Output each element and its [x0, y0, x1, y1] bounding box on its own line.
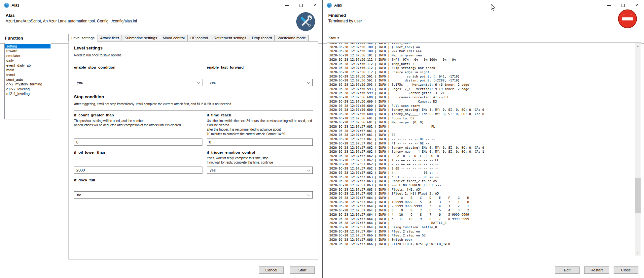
log-line: 2020-05-28 12:07:57.063 | INFO | Fleets:… [329, 188, 635, 192]
section-divider [74, 110, 313, 111]
tab-content-panel: Level settings Need to run once to save … [68, 41, 318, 260]
minimize-button[interactable] [280, 0, 294, 10]
field-if-dock-full: if_dock_full no [74, 178, 313, 199]
settings-tab[interactable]: Drop record [249, 35, 275, 41]
app-logo-icon [4, 3, 9, 8]
log-line: 2020-05-28 12:07:56.112 | INFO | [Map_bu… [329, 62, 635, 66]
config-header: Alas AzurLaneAutoScript, An Azur Lane au… [0, 10, 322, 33]
log-line: 2020-05-28 12:07:56.600 | INFO | [enemy_… [329, 108, 635, 112]
function-list-item[interactable]: emulator [5, 53, 51, 58]
alas-config-window: Alas × Alas AzurLaneAutoScript, An Azur … [0, 0, 322, 278]
function-list-item[interactable]: main [5, 68, 51, 72]
window-title: Alas [334, 3, 342, 8]
log-content: 2020-05-28 12:07:56.100 | INFO | fleet_l… [329, 43, 635, 246]
function-list-item[interactable]: c7-2_mystery_farming [5, 82, 51, 86]
settings-tab[interactable]: Retirement settings [211, 35, 249, 41]
run-status-subtitle: Terminated by user [328, 19, 362, 23]
scroll-up-icon[interactable]: ▲ [635, 43, 641, 48]
log-output[interactable]: 2020-05-28 12:07:56.100 | INFO | fleet_l… [327, 43, 641, 256]
enable-stop-condition-select[interactable]: yes [74, 79, 202, 86]
scroll-down-icon[interactable]: ▼ [635, 250, 641, 256]
settings-tab[interactable]: Mood control [160, 35, 188, 41]
field-enable-stop-condition: enable_stop_condition yes [74, 65, 202, 86]
if-count-greater-than-input[interactable] [74, 139, 202, 146]
log-line: 2020-05-28 12:07:57.061 | INFO | -- -- -… [329, 129, 635, 133]
titlebar-right[interactable]: Alas × [323, 0, 644, 10]
app-logo-icon [327, 3, 332, 8]
log-line: 2020-05-28 12:07:56.100 | INFO | [Fleet_… [329, 45, 635, 49]
tools-icon [296, 12, 315, 31]
function-list-item[interactable]: reward [5, 48, 51, 53]
log-line: 2020-05-28 12:07:56.601 | INFO | Map swi… [329, 120, 635, 125]
function-list-item[interactable]: semi_auto [5, 77, 51, 82]
footer-divider [0, 261, 322, 261]
function-list[interactable]: settingrewardemulatordailyevent_daily_ab… [4, 43, 51, 119]
log-line: 2020-05-28 12:07:57.061 | INFO | F1 -- -… [329, 141, 635, 146]
log-line: 2020-05-28 12:07:56.100 | INFO | fleet_l… [329, 43, 635, 45]
if-dock-full-select[interactable]: no [74, 191, 313, 199]
settings-tab[interactable]: Wasteland mode [274, 35, 309, 41]
maximize-button[interactable] [294, 0, 308, 10]
log-line: 2020-05-28 12:07:56.561 | INFO | vanish_… [329, 75, 635, 79]
function-list-item[interactable]: daily [5, 58, 51, 63]
function-list-item[interactable]: setting [5, 44, 51, 48]
field-label: if_time_reach [207, 113, 313, 117]
restart-button[interactable]: Restart [584, 266, 609, 274]
field-label: if_count_greater_than [74, 113, 202, 117]
log-line: 2020-05-28 12:07:56.600 | INFO | [enemy_… [329, 112, 635, 116]
edit-button[interactable]: Edit [555, 266, 580, 274]
function-list-item[interactable]: c12-4_leveling [5, 91, 51, 96]
chevron-down-icon [307, 193, 310, 196]
start-button[interactable]: Start [290, 266, 315, 274]
minimize-icon [607, 5, 611, 6]
cancel-button[interactable]: Cancel [259, 266, 284, 274]
log-line: 2020-05-28 12:07:57.066 | INFO | Fleet_2… [329, 233, 635, 238]
function-panel-label: Function [5, 36, 23, 41]
enable-fast-forward-select[interactable]: yes [207, 79, 313, 86]
settings-tab[interactable]: HP control [187, 35, 211, 41]
config-subtitle: AzurLaneAutoScript, An Azur Lane automat… [6, 19, 137, 23]
if-oil-lower-than-input[interactable] [74, 167, 202, 174]
settings-tab[interactable]: Attack fleet [97, 35, 122, 41]
settings-tab[interactable]: Submarine settings [122, 35, 160, 41]
field-label: enable_stop_condition [74, 65, 202, 69]
field-description: Use the time within the next 24 hours, t… [207, 119, 313, 136]
function-list-item[interactable]: event_daily_ab [5, 63, 51, 68]
log-line: 2020-05-28 12:07:57.062 | INFO | 4 -- --… [329, 171, 635, 175]
log-line: 2020-05-28 12:07:57.064 | INFO | Using f… [329, 225, 635, 230]
settings-tab[interactable]: Level settings [68, 34, 97, 42]
close-button[interactable]: × [308, 0, 322, 10]
log-line: 2020-05-28 12:07:57.061 | INFO | -- -- -… [329, 125, 635, 129]
log-line: 2020-05-28 12:07:57.062 | INFO | 2 -- ++… [329, 162, 635, 167]
field-description: If yes, wait for reply, complete this ti… [207, 156, 313, 165]
field-label: enable_fast_forward [207, 65, 313, 69]
scrollbar-thumb[interactable] [635, 178, 641, 213]
log-line: 2020-05-28 12:07:57.062 | INFO | [enemy_… [329, 150, 635, 154]
log-line: 2020-05-28 12:07:57.064 | INFO | 5 11 10… [329, 217, 635, 221]
log-line: 2020-05-28 12:07:57.064 | INFO | Fleet 2… [329, 230, 635, 234]
log-scrollbar[interactable]: ▲ ▼ [635, 43, 641, 256]
log-line: 2020-05-28 12:07:56.112 | INFO | Ensure … [329, 70, 635, 75]
field-label: if_oil_lower_than [74, 150, 202, 154]
chevron-down-icon [307, 168, 310, 171]
log-line: 2020-05-28 12:07:57.063 | INFO | Predict… [329, 179, 635, 183]
close-run-button[interactable]: Close [614, 266, 638, 274]
titlebar-left[interactable]: Alas × [0, 0, 322, 10]
log-line: 2020-05-28 12:07:57.063 | INFO | <<< FIN… [329, 183, 635, 188]
minimize-button[interactable] [602, 0, 616, 10]
if-time-reach-input[interactable] [207, 139, 313, 146]
log-line: 2020-05-28 12:07:57.064 | INFO | -------… [329, 221, 635, 225]
function-list-item[interactable]: c12-2_leveling [5, 87, 51, 91]
log-line: 2020-05-28 12:07:56.599 | INFO | Center … [329, 91, 635, 95]
log-line: 2020-05-28 12:07:57.064 | INFO | 1 9999 … [329, 200, 635, 204]
level-settings-description: Need to run once to save options [74, 53, 313, 57]
field-if-count-greater-than: if_count_greater_than The previous setti… [74, 113, 202, 146]
run-status-header: Finished Terminated by user [323, 10, 644, 33]
maximize-icon [300, 4, 303, 7]
if-trigger-emotion-control-select[interactable]: yes [207, 167, 313, 174]
log-line: 2020-05-28 12:07:57.062 | INFO | 1 -- ++… [329, 158, 635, 163]
log-line: 2020-05-28 12:07:56.593 | INFO | Edges: … [329, 87, 635, 91]
field-if-oil-lower-than: if_oil_lower_than [74, 150, 202, 174]
log-line: 2020-05-28 12:07:56.593 | INFO | 0.175s … [329, 83, 635, 87]
function-list-item[interactable]: event [5, 72, 51, 77]
